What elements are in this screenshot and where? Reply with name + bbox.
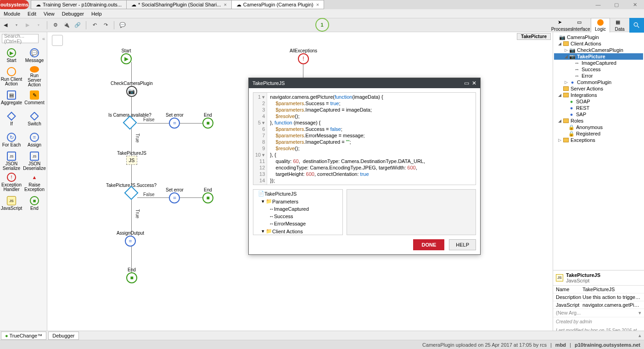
tree-succ[interactable]: ↔ Success [253, 213, 342, 220]
pal-exch[interactable]: !Exception Handler [0, 172, 23, 193]
tree-succ[interactable]: ↔Success [554, 66, 643, 73]
pal-end[interactable]: ■End [23, 193, 46, 214]
plug-icon[interactable]: 🔌 [62, 22, 71, 28]
tree-params[interactable]: ▾ 📁 Parameters [253, 197, 342, 205]
pal-message[interactable]: 💬Message [23, 45, 46, 66]
node-seterror2[interactable]: Set error = [166, 187, 184, 203]
prop-newarg[interactable]: (New Arg...▾ [553, 309, 644, 317]
close-icon[interactable]: ✕ [626, 2, 644, 8]
tree-err[interactable]: ↔ ErrorMessage [253, 220, 342, 227]
menu-debugger[interactable]: Debugger [58, 11, 88, 17]
ribbon-data[interactable]: ▦Data [610, 18, 629, 33]
tree-clientactions[interactable]: ▾ 📁 Client Actions [253, 227, 342, 235]
node-allexc[interactable]: AllExceptions ! [290, 48, 317, 64]
nav-fwd-icon[interactable]: ▶ [23, 22, 32, 28]
pal-assign[interactable]: =Assign [23, 129, 46, 151]
close-icon[interactable]: × [224, 2, 226, 7]
pal-runclient[interactable]: Run Client Action [0, 66, 23, 87]
node-check[interactable]: CheckCameraPlugin 📷 [111, 81, 153, 97]
pal-jsonser[interactable]: JSJSON Serialize [0, 151, 23, 172]
tree-root[interactable]: 📷CameraPlugin [554, 34, 643, 40]
pal-runserver[interactable]: Run Server Action [23, 66, 46, 87]
node-takejs[interactable]: TakePictureJS JS [117, 151, 146, 165]
node-seterror1[interactable]: Set error = [166, 113, 184, 129]
ribbon-logic[interactable]: Logic [591, 18, 610, 33]
tree-err[interactable]: ↔Error [554, 73, 643, 79]
device-icon[interactable] [52, 35, 63, 46]
tree-img[interactable]: ↔ImageCaptured [554, 60, 643, 66]
tree-exc[interactable]: ▷Exceptions [554, 137, 643, 143]
gear-icon[interactable]: ⚙ [51, 22, 60, 28]
node-end2[interactable]: End ■ [202, 187, 213, 203]
tree-img[interactable]: ↔ ImageCaptured [253, 205, 342, 213]
tree-rest[interactable]: ●REST [554, 105, 643, 111]
prop-val[interactable]: navigator.camera.getPicture(fur ... [582, 302, 641, 308]
close-icon[interactable]: × [316, 2, 319, 7]
pal-foreach[interactable]: ↻For Each [0, 129, 23, 151]
prop-desc[interactable]: DescriptionUse this action to trigger th… [553, 293, 644, 301]
tree-soap[interactable]: ●SOAP [554, 98, 643, 105]
pal-aggregate[interactable]: ▤Aggregate [0, 87, 23, 108]
pal-jsondes[interactable]: JSJSON Deserialize [23, 151, 46, 172]
menu-edit[interactable]: Edit [24, 11, 40, 17]
js-scope-tree[interactable]: 📄 TakePictureJS ▾ 📁 Parameters ↔ ImageCa… [253, 189, 343, 235]
tree-reg[interactable]: 🔒Registered [554, 130, 643, 137]
code-source[interactable]: navigator.camera.getPicture(function(ima… [267, 93, 428, 185]
tree-clientactions[interactable]: ◢Client Actions [554, 40, 643, 47]
maximize-icon[interactable]: ▢ [607, 2, 626, 8]
chat-icon[interactable]: 💬 [118, 22, 127, 28]
node-start[interactable]: Start ▶ [121, 48, 132, 64]
nav-back-dd-icon[interactable]: ▼ [12, 23, 21, 27]
tree-integrations[interactable]: ◢Integrations [554, 92, 643, 98]
node-end1[interactable]: End ■ [202, 113, 213, 129]
maximize-icon[interactable]: ▭ [464, 80, 469, 86]
js-code-editor[interactable]: 1 ▾2345 ▾678910 ▾11121314 navigator.came… [253, 92, 476, 185]
ribbon-interface[interactable]: ▭Interface [571, 18, 591, 33]
pal-start[interactable]: ▶Start [0, 45, 23, 66]
prop-val[interactable]: TakePictureJS [582, 287, 641, 292]
pal-js[interactable]: JSJavaScript [0, 193, 23, 214]
tree-check[interactable]: ▷📷CheckCameraPlugin [554, 47, 643, 53]
tree-takepicture[interactable]: ◢📷TakePicture [554, 53, 643, 60]
tab-training[interactable]: ☁ Training Server - p10training.outs... [31, 0, 127, 9]
prop-js[interactable]: JavaScriptnavigator.camera.getPicture(fu… [553, 301, 644, 309]
tree-common[interactable]: ▷●CommonPlugin [554, 79, 643, 85]
pal-raise[interactable]: ▲Raise Exception [23, 172, 46, 193]
redo-icon[interactable]: ↷ [101, 22, 110, 28]
expand-icon[interactable]: ▴ [638, 332, 641, 338]
pal-if[interactable]: If [0, 108, 23, 129]
menu-module[interactable]: Module [0, 11, 24, 17]
tab-cameraplugin[interactable]: ☁ CameraPlugin (Camera Plugin)× [231, 0, 324, 9]
nav-fwd-dd-icon[interactable]: ▼ [34, 23, 43, 27]
close-icon[interactable]: ✕ [472, 80, 476, 86]
prop-name[interactable]: NameTakePictureJS [553, 286, 644, 293]
pal-comment[interactable]: ✎Comment [23, 87, 46, 108]
nav-back-icon[interactable]: ◀ [1, 22, 10, 28]
tab-truechange[interactable]: ● TrueChange™ [1, 332, 46, 340]
undo-icon[interactable]: ↶ [90, 22, 99, 28]
done-button[interactable]: DONE [413, 239, 444, 250]
module-tree[interactable]: 📷CameraPlugin ◢Client Actions ▷📷CheckCam… [553, 32, 644, 270]
tab-socialsharing[interactable]: ☁ * SocialSharingPlugin (Social Shari...… [126, 0, 232, 9]
tree-anon[interactable]: 🔒Anonymous [554, 124, 643, 130]
prop-val[interactable]: Use this action to trigger the de... [582, 294, 641, 300]
tree-sap[interactable]: ●SAP [554, 111, 643, 118]
tree-root[interactable]: 📄 TakePictureJS [253, 190, 342, 197]
minimize-icon[interactable]: — [589, 2, 607, 8]
tree-roles[interactable]: ◢Roles [554, 118, 643, 124]
collapse-icon[interactable]: « [40, 36, 47, 41]
js-popup-titlebar[interactable]: TakePictureJS ▭ ✕ [249, 78, 480, 88]
tab-debugger[interactable]: Debugger [48, 332, 78, 340]
tree-serveractions[interactable]: Server Actions [554, 85, 643, 92]
menu-help[interactable]: Help [88, 11, 106, 17]
flow-canvas[interactable]: TakePicture Start ▶ CheckCameraPlugin 📷 … [47, 32, 553, 340]
publish-badge[interactable]: 1 [315, 18, 329, 32]
brand-tab[interactable]: outsystems [0, 0, 29, 9]
canvas-tab[interactable]: TakePicture [517, 33, 551, 40]
pal-switch[interactable]: Switch [23, 108, 46, 129]
node-end3[interactable]: End ■ [126, 267, 137, 283]
global-search-button[interactable] [629, 18, 644, 33]
chain-icon[interactable]: 🔗 [73, 22, 82, 28]
menu-view[interactable]: View [40, 11, 58, 17]
node-assign[interactable]: AssignOutput = [117, 231, 144, 247]
